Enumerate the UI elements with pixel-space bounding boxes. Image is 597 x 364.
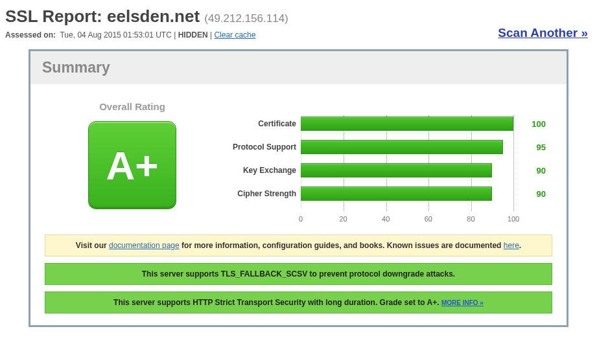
chart-bar-value: 95: [520, 142, 546, 152]
grade-badge: A+: [88, 121, 176, 209]
chart-axis-tick: 0: [299, 215, 303, 223]
chart-bar-fill: [301, 140, 503, 154]
domain-name: eelsden.net: [107, 6, 200, 26]
chart-bar-fill: [301, 117, 513, 131]
summary-heading: Summary: [30, 51, 567, 84]
more-info-link[interactable]: MORE INFO »: [441, 299, 484, 306]
chart-bar-value: 90: [520, 166, 546, 176]
chart-axis-tick: 40: [382, 215, 390, 223]
chart-bar-fill: [301, 187, 492, 201]
info-text-pre: Visit our: [76, 241, 109, 250]
summary-panel: Summary Overall Rating A+ 020406080100Ce…: [29, 49, 568, 327]
fallback-notice: This server supports TLS_FALLBACK_SCSV t…: [45, 263, 552, 285]
chart-bar-row: Cipher Strength90: [220, 187, 552, 201]
chart-axis-tick: 100: [508, 215, 519, 223]
page-title: SSL Report: eelsden.net (49.212.156.114): [5, 6, 288, 27]
info-text-mid: for more information, configuration guid…: [180, 241, 504, 250]
chart-bar-label: Cipher Strength: [220, 189, 296, 198]
assessment-meta: Assessed on: Tue, 04 Aug 2015 01:53:01 U…: [5, 30, 288, 40]
chart-bar-label: Certificate: [220, 119, 296, 128]
clear-cache-link[interactable]: Clear cache: [214, 30, 255, 40]
chart-bar-row: Protocol Support95: [220, 140, 552, 154]
chart-bar-row: Certificate100: [220, 117, 552, 131]
hsts-text: This server supports HTTP Strict Transpo…: [113, 298, 439, 307]
overall-rating-label: Overall Rating: [45, 101, 220, 112]
ip-address: (49.212.156.114): [204, 12, 288, 25]
assessed-label: Assessed on:: [5, 30, 56, 40]
info-notice: Visit our documentation page for more in…: [45, 234, 552, 256]
known-issues-link[interactable]: here: [504, 241, 519, 250]
title-prefix: SSL Report:: [5, 6, 107, 26]
chart-axis-tick: 60: [425, 215, 432, 223]
chart-bar-fill: [301, 163, 492, 177]
chart-bar-value: 90: [520, 189, 546, 199]
hsts-notice: This server supports HTTP Strict Transpo…: [45, 291, 552, 313]
scan-another-link[interactable]: Scan Another »: [498, 26, 588, 40]
assessed-time: Tue, 04 Aug 2015 01:53:01 UTC: [60, 30, 171, 40]
chart-axis-tick: 20: [339, 215, 347, 223]
chart-bar-label: Protocol Support: [220, 142, 296, 152]
info-text-post: .: [519, 241, 521, 250]
hidden-label: HIDDEN: [178, 30, 208, 40]
chart-bar-row: Key Exchange90: [220, 163, 552, 177]
chart-axis-tick: 80: [467, 215, 474, 223]
documentation-link[interactable]: documentation page: [109, 241, 180, 250]
chart-bar-value: 100: [520, 119, 546, 129]
chart-bar-label: Key Exchange: [220, 166, 296, 175]
score-chart: 020406080100Certificate100Protocol Suppo…: [220, 111, 552, 224]
